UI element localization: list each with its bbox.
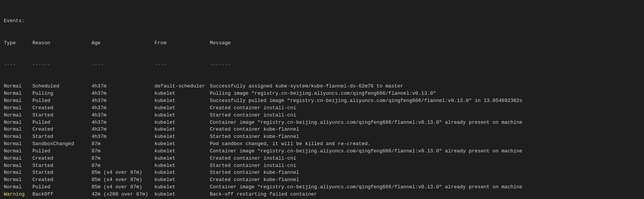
row-age: 87m: [92, 141, 155, 148]
table-row: NormalCreated4h37mkubeletCreated contain…: [4, 126, 640, 133]
table-row: NormalSandboxChanged87mkubeletPod sandbo…: [4, 141, 640, 148]
row-age: 4h37m: [92, 105, 155, 112]
row-message: Created container kube-flannel: [210, 176, 299, 184]
row-age: 4h37m: [92, 133, 155, 141]
row-from: kubelet: [155, 90, 210, 97]
row-from: kubelet: [155, 141, 210, 148]
terminal: Events: TypeReasonAgeFromMessage -------…: [4, 3, 640, 199]
row-type: Normal: [4, 148, 32, 155]
row-reason: Pulling: [32, 90, 92, 97]
header-reason: Reason: [32, 40, 92, 47]
row-from: kubelet: [155, 155, 210, 162]
row-from: kubelet: [155, 176, 210, 184]
row-message: Back-off restarting failed container: [210, 191, 317, 198]
row-type: Normal: [4, 83, 32, 90]
row-from: kubelet: [155, 191, 210, 198]
row-message: Successfully assigned kube-system/kube-f…: [210, 83, 403, 90]
row-type: Normal: [4, 126, 32, 133]
row-age: 4h37m: [92, 126, 155, 133]
row-reason: Started: [32, 133, 92, 141]
row-message: Started container install-cni: [210, 112, 296, 119]
row-age: 4h37m: [92, 119, 155, 126]
sep-age: ----: [92, 61, 155, 69]
row-reason: Created: [32, 176, 92, 184]
sep-reason: ------: [32, 61, 92, 69]
row-reason: Created: [32, 105, 92, 112]
table-row: NormalPulling4h37mkubeletPulling image "…: [4, 90, 640, 97]
table-row: NormalPulled4h37mkubeletSuccessfully pul…: [4, 97, 640, 105]
row-message: Created container kube-flannel: [210, 126, 299, 133]
header-age: Age: [92, 40, 155, 47]
row-from: kubelet: [155, 184, 210, 191]
table-row: NormalCreated4h37mkubeletCreated contain…: [4, 105, 640, 112]
row-from: kubelet: [155, 169, 210, 176]
row-type: Normal: [4, 184, 32, 191]
table-row: NormalStarted87mkubeletStarted container…: [4, 162, 640, 170]
row-type: Normal: [4, 169, 32, 176]
row-message: Pod sandbox changed, it will be killed a…: [210, 141, 370, 148]
row-message: Started container kube-flannel: [210, 133, 299, 141]
row-age: 4h37m: [92, 112, 155, 119]
row-age: 87m: [92, 155, 155, 162]
row-reason: Created: [32, 126, 92, 133]
table-row: NormalStarted4h37mkubeletStarted contain…: [4, 112, 640, 119]
row-type: Normal: [4, 97, 32, 105]
row-from: kubelet: [155, 112, 210, 119]
row-age: 85m (x4 over 87m): [92, 169, 155, 176]
row-reason: Created: [32, 155, 92, 162]
row-type: Normal: [4, 162, 32, 170]
row-type: Normal: [4, 176, 32, 184]
table-row: NormalPulled87mkubeletContainer image "r…: [4, 148, 640, 155]
row-age: 42m (x208 over 87m): [92, 191, 155, 198]
table-header: TypeReasonAgeFromMessage: [4, 40, 640, 47]
row-message: Container image "registry.cn-beijing.ali…: [210, 148, 522, 155]
row-reason: Scheduled: [32, 83, 92, 90]
section-title: Events:: [4, 18, 640, 25]
row-type: Normal: [4, 133, 32, 141]
table-row: NormalStarted85m (x4 over 87m)kubeletSta…: [4, 169, 640, 176]
row-type: Normal: [4, 105, 32, 112]
table-row: NormalCreated87mkubeletCreated container…: [4, 155, 640, 162]
row-reason: Started: [32, 169, 92, 176]
row-type: Normal: [4, 155, 32, 162]
row-reason: Pulled: [32, 184, 92, 191]
row-reason: BackOff: [32, 191, 92, 198]
row-message: Started container install-cni: [210, 162, 296, 170]
row-from: kubelet: [155, 133, 210, 141]
sep-message: -------: [210, 61, 231, 69]
row-reason: SandboxChanged: [32, 141, 92, 148]
row-type: Normal: [4, 141, 32, 148]
row-age: 4h37m: [92, 83, 155, 90]
row-from: kubelet: [155, 162, 210, 170]
row-message: Created container install-cni: [210, 105, 296, 112]
row-type: Normal: [4, 119, 32, 126]
row-type: Normal: [4, 90, 32, 97]
row-message: Container image "registry.cn-beijing.ali…: [210, 119, 522, 126]
row-age: 87m: [92, 162, 155, 170]
table-row: NormalScheduled4h37mdefault-schedulerSuc…: [4, 83, 640, 90]
row-age: 85m (x4 over 87m): [92, 176, 155, 184]
row-from: kubelet: [155, 97, 210, 105]
table-row: NormalPulled4h37mkubeletContainer image …: [4, 119, 640, 126]
table-row: NormalCreated85m (x4 over 87m)kubeletCre…: [4, 176, 640, 184]
row-reason: Pulled: [32, 119, 92, 126]
row-from: default-scheduler: [155, 83, 210, 90]
row-reason: Pulled: [32, 148, 92, 155]
row-type: Warning: [4, 191, 32, 198]
row-message: Started container kube-flannel: [210, 169, 299, 176]
row-age: 87m: [92, 148, 155, 155]
table-row: NormalStarted4h37mkubeletStarted contain…: [4, 133, 640, 141]
row-age: 4h37m: [92, 97, 155, 105]
row-from: kubelet: [155, 105, 210, 112]
row-from: kubelet: [155, 148, 210, 155]
sep-from: ----: [155, 61, 210, 69]
table-row: WarningBackOff42m (x208 over 87m)kubelet…: [4, 191, 640, 198]
row-message: Container image "registry.cn-beijing.ali…: [210, 184, 522, 191]
row-from: kubelet: [155, 119, 210, 126]
header-message: Message: [210, 40, 231, 47]
row-reason: Pulled: [32, 97, 92, 105]
row-age: 85m (x4 over 87m): [92, 184, 155, 191]
row-age: 4h37m: [92, 90, 155, 97]
row-reason: Started: [32, 162, 92, 170]
header-type: Type: [4, 40, 32, 47]
